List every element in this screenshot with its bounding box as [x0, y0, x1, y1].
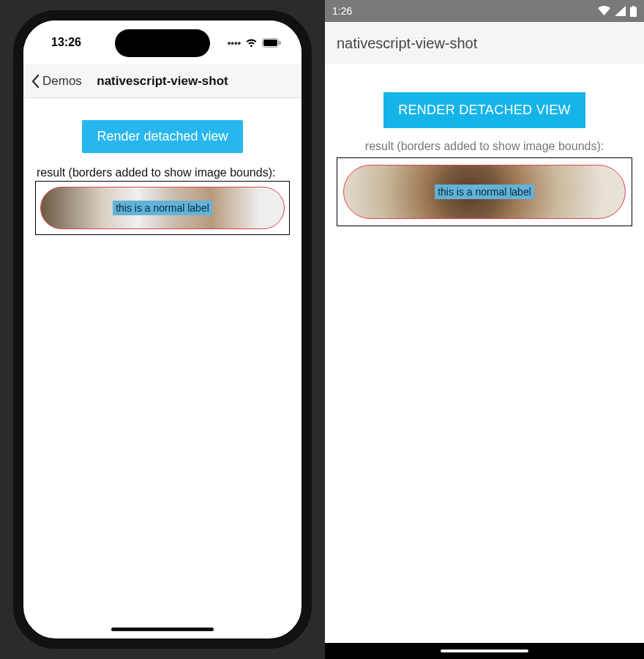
- signal-icon: [615, 6, 626, 16]
- ios-content: Render detached view result (borders add…: [23, 98, 302, 235]
- wifi-icon: [598, 6, 610, 16]
- ios-dynamic-island: [115, 29, 210, 57]
- battery-icon: [262, 38, 281, 48]
- image-label-chip: this is a normal label: [113, 201, 212, 215]
- render-detached-button[interactable]: Render detached view: [82, 120, 242, 153]
- android-action-bar: nativescript-view-shot: [325, 22, 644, 64]
- android-status-bar: 1:26: [325, 0, 644, 22]
- android-content: RENDER DETACHED VIEW result (borders add…: [325, 64, 644, 643]
- ios-nav-bar: Demos nativescript-view-shot: [23, 64, 302, 98]
- render-detached-button[interactable]: RENDER DETACHED VIEW: [383, 92, 585, 128]
- image-label-chip: this is a normal label: [435, 185, 534, 199]
- result-caption: result (borders added to show image boun…: [35, 166, 290, 179]
- android-status-indicators: [598, 6, 637, 17]
- ios-page-title: nativescript-view-shot: [97, 74, 228, 89]
- svg-rect-1: [263, 40, 277, 46]
- android-device: 1:26 nativescript-view-shot RENDER DETAC…: [325, 0, 644, 659]
- ios-status-time: 13:26: [51, 36, 81, 49]
- android-nav-bar[interactable]: [325, 643, 644, 659]
- chevron-left-icon: [31, 74, 41, 89]
- android-home-indicator[interactable]: [441, 649, 528, 652]
- wifi-icon: [245, 38, 258, 48]
- android-status-time: 1:26: [332, 5, 352, 17]
- back-button[interactable]: Demos: [31, 74, 82, 89]
- back-label: Demos: [42, 74, 82, 89]
- ios-home-indicator[interactable]: [111, 628, 214, 631]
- ios-frame: 13:26 •••• Demos nativescript-view-shot …: [13, 10, 312, 649]
- svg-rect-2: [280, 41, 281, 45]
- ios-status-indicators: ••••: [228, 37, 281, 48]
- rendered-image: this is a normal label: [343, 165, 626, 219]
- cellular-dots-icon: ••••: [228, 37, 241, 48]
- rendered-image: this is a normal label: [40, 187, 285, 229]
- result-image-frame: this is a normal label: [337, 157, 632, 226]
- result-caption: result (borders added to show image boun…: [337, 140, 632, 153]
- battery-icon: [630, 6, 637, 17]
- result-image-frame: this is a normal label: [35, 181, 290, 235]
- ios-device: 13:26 •••• Demos nativescript-view-shot …: [0, 0, 325, 659]
- android-page-title: nativescript-view-shot: [337, 35, 477, 52]
